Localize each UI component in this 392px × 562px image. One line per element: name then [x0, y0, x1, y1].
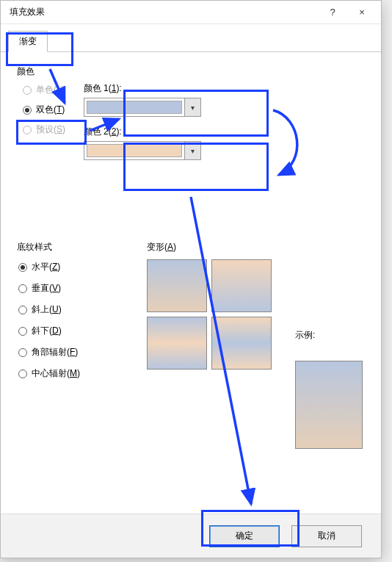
color-mode-radios: 单色(N) 双色(T) 预设(S) [17, 82, 66, 160]
dialog-footer: 确定 取消 [1, 514, 381, 558]
radio-diag-down[interactable]: 斜下(D) [18, 325, 131, 337]
help-button[interactable]: ? [318, 1, 347, 24]
close-icon: × [359, 7, 365, 18]
dialog-content: 颜色 单色(N) 双色(T) 预设(S) 颜色 1(1): [1, 52, 381, 514]
radio-preset: 预设(S) [23, 123, 66, 136]
shading-label: 底纹样式 [17, 241, 131, 253]
radio-icon [18, 284, 27, 293]
color2-swatch [87, 144, 182, 157]
chevron-down-icon: ▾ [191, 104, 195, 112]
variants-label: 变形(A) [147, 241, 279, 253]
radio-icon [18, 327, 27, 336]
color1-row: 颜色 1(1): ▾ [84, 82, 201, 117]
variants: 变形(A) [147, 241, 279, 449]
example-label: 示例: [295, 329, 365, 342]
radio-icon [18, 263, 27, 272]
titlebar[interactable]: 填充效果 ? × [1, 1, 381, 24]
color1-combo[interactable]: ▾ [84, 98, 201, 117]
example-preview [295, 361, 363, 449]
radio-icon [18, 348, 27, 357]
color1-swatch [87, 101, 182, 114]
color2-dropdown-button[interactable]: ▾ [184, 142, 200, 159]
radio-label: 垂直(V) [32, 282, 61, 295]
radio-from-center[interactable]: 中心辐射(M) [18, 367, 131, 380]
radio-label: 斜下(D) [32, 325, 62, 337]
tab-strip: 渐变 [1, 24, 381, 52]
tab-gradient[interactable]: 渐变 [8, 31, 48, 52]
radio-single-color: 单色(N) [23, 84, 66, 96]
radio-icon [23, 106, 32, 115]
color1-label: 颜色 1(1): [84, 82, 201, 95]
titlebar-buttons: ? × [318, 1, 377, 24]
variant-1[interactable] [147, 259, 207, 312]
radio-icon [23, 126, 32, 134]
close-button[interactable]: × [347, 1, 377, 24]
radio-label: 斜上(U) [32, 303, 62, 316]
variant-3[interactable] [147, 317, 207, 370]
radio-label: 水平(Z) [32, 261, 60, 273]
variant-4[interactable] [211, 317, 272, 370]
radio-icon [18, 306, 27, 314]
colors-group-label: 颜色 [17, 65, 365, 78]
color2-row: 颜色 2(2): ▾ [84, 126, 201, 160]
spacer [17, 160, 365, 241]
radio-label: 双色(T) [36, 104, 65, 116]
ok-button[interactable]: 确定 [209, 525, 280, 547]
radio-label: 单色(N) [36, 84, 66, 96]
help-icon: ? [330, 7, 335, 18]
radio-horizontal[interactable]: 水平(Z) [18, 261, 131, 273]
chevron-down-icon: ▾ [191, 147, 195, 155]
variant-2[interactable] [211, 259, 272, 312]
lower-area: 底纹样式 水平(Z) 垂直(V) 斜上(U) [17, 241, 365, 449]
dialog-title: 填充效果 [10, 6, 45, 18]
radio-vertical[interactable]: 垂直(V) [18, 282, 131, 295]
radio-diag-up[interactable]: 斜上(U) [18, 303, 131, 316]
radio-icon [18, 370, 27, 378]
radio-label: 预设(S) [36, 123, 65, 136]
fill-effects-dialog: 填充效果 ? × 渐变 颜色 单色(N) 双色(T) [0, 0, 382, 558]
radio-from-corner[interactable]: 角部辐射(F) [18, 346, 131, 359]
example-area: 示例: [295, 241, 365, 449]
shading-styles: 底纹样式 水平(Z) 垂直(V) 斜上(U) [17, 241, 131, 449]
colors-area: 单色(N) 双色(T) 预设(S) 颜色 1(1): ▾ [17, 82, 365, 160]
radio-label: 角部辐射(F) [32, 346, 78, 359]
color2-combo[interactable]: ▾ [84, 141, 201, 160]
cancel-button[interactable]: 取消 [291, 525, 362, 547]
radio-two-color[interactable]: 双色(T) [23, 104, 66, 116]
radio-label: 中心辐射(M) [32, 367, 80, 380]
color1-dropdown-button[interactable]: ▾ [184, 98, 200, 116]
color2-label: 颜色 2(2): [84, 126, 201, 138]
color-pickers: 颜色 1(1): ▾ 颜色 2(2): ▾ [84, 82, 201, 160]
radio-icon [23, 86, 32, 95]
